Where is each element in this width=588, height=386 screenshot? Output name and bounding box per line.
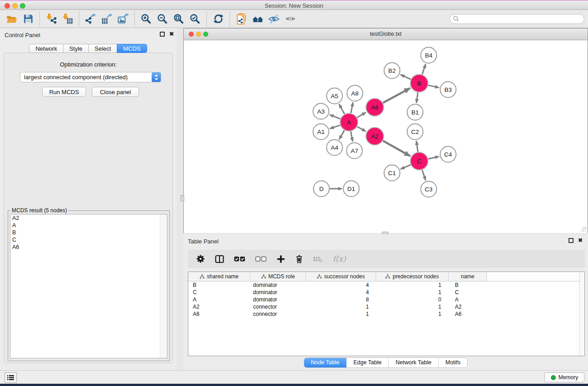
run-mcds-button[interactable]: Run MCDS	[42, 87, 86, 97]
tab-network[interactable]: Network	[29, 44, 63, 53]
export-image-icon	[117, 13, 129, 25]
table-row[interactable]: A6 connector 1 1 A6	[188, 310, 584, 318]
split-table-button[interactable]	[215, 255, 224, 263]
network-graph-svg: AA1A2A3A4A5A6A7A8BB1B2B3B4CC1C2C3C4DD1	[184, 40, 588, 233]
graph-node-label-A7: A7	[351, 148, 359, 154]
tab-network-table[interactable]: Network Table	[388, 358, 438, 367]
graph-edge-A-A6[interactable]	[357, 112, 366, 117]
add-column-button[interactable]	[277, 255, 285, 263]
list-item[interactable]: B	[10, 229, 167, 236]
import-table-button[interactable]	[59, 11, 76, 27]
graph-edge-C-C4[interactable]	[428, 157, 439, 159]
show-graphics-button[interactable]	[282, 11, 298, 27]
delete-table-button[interactable]	[313, 255, 323, 263]
delete-column-button[interactable]	[295, 254, 303, 263]
save-session-button[interactable]	[20, 11, 36, 27]
export-table-button[interactable]	[99, 11, 115, 27]
graph-edge-B-B1[interactable]	[416, 92, 418, 103]
graph-edge-A2-C[interactable]	[383, 141, 411, 156]
window-title: Session: New Session	[0, 2, 588, 9]
graph-edge-B-B4[interactable]	[422, 64, 426, 74]
close-panel-button[interactable]: Close panel	[92, 87, 139, 97]
table-panel-title: Table Panel	[188, 238, 219, 245]
search-input[interactable]	[459, 15, 581, 23]
graph-edge-A-A3[interactable]	[330, 114, 340, 119]
graph-edge-A-A8[interactable]	[351, 102, 353, 113]
select-all-columns-button[interactable]	[234, 255, 245, 263]
function-builder-button[interactable]: f(x)	[333, 254, 346, 263]
float-panel-icon[interactable]	[160, 32, 165, 37]
network-canvas[interactable]: AA1A2A3A4A5A6A7A8BB1B2B3B4CC1C2C3C4DD1	[184, 40, 588, 233]
column-header-predecessor-nodes[interactable]: predecessor nodes	[376, 272, 449, 281]
tab-select[interactable]: Select	[88, 44, 117, 53]
table-row[interactable]: C dominator 4 1 C	[188, 289, 584, 296]
refresh-button[interactable]	[210, 11, 226, 27]
tab-node-table[interactable]: Node Table	[304, 358, 346, 367]
titlebar: Session: New Session	[0, 0, 588, 10]
graph-node-label-A3: A3	[317, 108, 325, 115]
close-panel-icon[interactable]: ✖	[169, 31, 174, 37]
list-item[interactable]: A2	[10, 214, 167, 222]
graph-edge-C-C1[interactable]	[401, 165, 411, 169]
float-panel-icon[interactable]	[569, 238, 574, 243]
optimization-criterion-select[interactable]: largest connected component (directed)	[20, 72, 161, 82]
graph-node-label-A6: A6	[371, 104, 379, 111]
search-icon	[453, 15, 459, 22]
splitter-handle-left[interactable]	[181, 195, 184, 201]
zoom-selected-button[interactable]	[187, 11, 203, 27]
home-button[interactable]	[249, 11, 266, 27]
list-item[interactable]: A6	[10, 243, 167, 251]
tab-mcds[interactable]: MCDS	[117, 44, 147, 53]
search-field[interactable]	[449, 14, 584, 24]
column-header-mcds-role[interactable]: MCDS role	[250, 272, 306, 281]
hide-graphics-button[interactable]	[266, 11, 282, 27]
table-row[interactable]: A2 connector 1 1 A2	[188, 303, 584, 310]
graph-node-label-A5: A5	[331, 93, 339, 100]
export-image-button[interactable]	[115, 11, 131, 27]
graph-node-label-A4: A4	[331, 144, 339, 151]
graph-edge-C-C3[interactable]	[422, 170, 426, 180]
memory-button[interactable]: Memory	[545, 372, 584, 382]
close-panel-icon[interactable]: ✖	[578, 237, 583, 243]
tab-style[interactable]: Style	[63, 44, 89, 53]
column-header-name[interactable]: name	[449, 272, 487, 281]
unselect-all-columns-button[interactable]	[255, 255, 267, 263]
graph-edge-A-A5[interactable]	[339, 104, 344, 114]
graph-edge-A-A7[interactable]	[351, 131, 353, 142]
zoom-out-button[interactable]	[154, 11, 171, 27]
list-item[interactable]: A	[10, 222, 167, 229]
main-toolbar	[0, 10, 588, 28]
control-panel: Control Panel ✖ Network Style Select MCD…	[0, 28, 177, 370]
resize-grip[interactable]	[582, 227, 587, 232]
column-settings-button[interactable]	[196, 254, 205, 263]
network-window-titlebar[interactable]: testGlobe.txt	[184, 29, 588, 40]
graph-edge-B-B2[interactable]	[401, 75, 411, 80]
mcds-result-list[interactable]: A2 A B C A6	[10, 214, 167, 358]
tab-edge-table[interactable]: Edge Table	[346, 358, 388, 367]
task-history-button[interactable]	[5, 372, 17, 383]
optimization-criterion-label: Optimization criterion:	[4, 61, 172, 68]
zoom-in-button[interactable]	[138, 11, 154, 27]
clone-network-button[interactable]	[233, 11, 249, 27]
graph-edge-A-A4[interactable]	[339, 130, 344, 139]
table-scrollbar[interactable]	[579, 272, 584, 356]
graph-edge-C-C2[interactable]	[416, 141, 418, 152]
graph-edge-A-A2[interactable]	[357, 127, 366, 132]
graph-edge-B-B3[interactable]	[428, 85, 439, 87]
graph-edge-A-A1[interactable]	[330, 125, 340, 129]
list-scrollbar[interactable]	[160, 214, 167, 358]
export-network-button[interactable]	[82, 11, 99, 27]
graph-edge-A6-B[interactable]	[383, 88, 410, 103]
tab-motifs[interactable]: Motifs	[438, 358, 467, 367]
toolbar-separator	[229, 12, 230, 26]
zoom-fit-button[interactable]	[171, 11, 187, 27]
table-panel: Table Panel ✖ f(x) shared name MCDS role…	[183, 234, 588, 370]
open-session-button[interactable]	[4, 11, 20, 27]
graph-node-label-B: B	[417, 80, 421, 87]
import-network-button[interactable]	[43, 11, 59, 27]
column-header-shared-name[interactable]: shared name	[188, 272, 250, 281]
table-row[interactable]: B dominator 4 1 B	[188, 281, 584, 289]
table-row[interactable]: A dominator 8 0 A	[188, 296, 584, 303]
column-header-successor-nodes[interactable]: successor nodes	[306, 272, 376, 281]
list-item[interactable]: C	[10, 236, 167, 243]
